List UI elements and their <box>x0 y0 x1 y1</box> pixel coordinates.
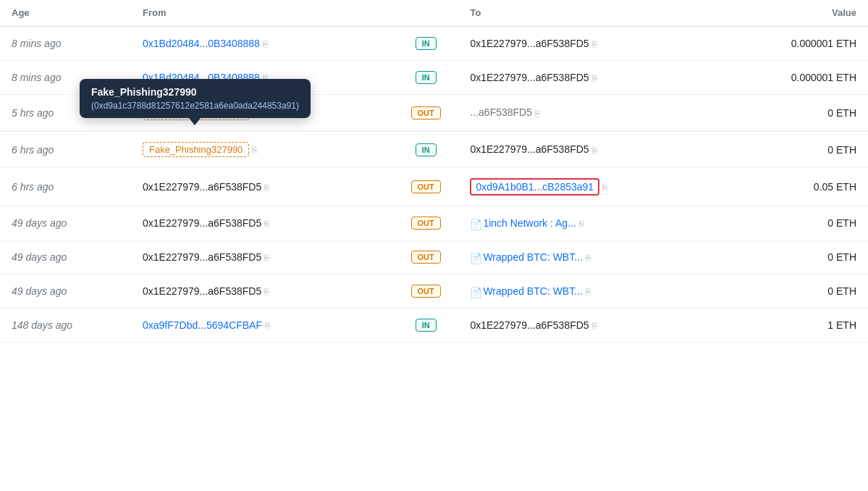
cell-to: 0xd9A1b0B1...cB2853a91⎘ <box>458 168 737 206</box>
direction-badge: OUT <box>411 251 441 264</box>
table-header-row: Age From To Value <box>0 0 868 26</box>
col-header-from: From <box>131 0 393 26</box>
cell-direction: IN <box>393 26 458 61</box>
cell-value: 0 ETH <box>737 240 868 274</box>
phishing-label[interactable]: Fake_Phishing327990 <box>143 142 249 157</box>
cell-to: ...a6F538FD5⎘ <box>458 95 737 131</box>
copy-from-icon[interactable]: ⎘ <box>252 145 257 155</box>
from-address: 0x1E227979...a6F538FD5 <box>143 217 261 229</box>
cell-from: 0x1Bd20484...0B3408888⎘ <box>131 26 393 61</box>
tooltip-title: Fake_Phishing327990 <box>91 86 299 98</box>
cell-direction: OUT <box>393 206 458 240</box>
copy-to-icon[interactable]: ⎘ <box>592 321 597 331</box>
transactions-table-container: Age From To Value 8 mins ago0x1Bd20484..… <box>0 0 868 343</box>
table-row: 6 hrs agoFake_Phishing327990⎘IN0x1E22797… <box>0 132 868 168</box>
cell-to: 📄Wrapped BTC: WBT...⎘ <box>458 240 737 274</box>
cell-direction: OUT <box>393 240 458 274</box>
direction-badge: IN <box>416 71 437 84</box>
cell-from: Fake_Phishing327990⎘ <box>131 132 393 168</box>
cell-from: 0x1E227979...a6F538FD5⎘ <box>131 240 393 274</box>
cell-value: 1 ETH <box>737 309 868 343</box>
copy-to-icon[interactable]: ⎘ <box>586 253 591 263</box>
col-header-value: Value <box>737 0 868 26</box>
copy-from-icon[interactable]: ⎘ <box>264 287 269 297</box>
direction-badge: IN <box>416 319 437 332</box>
direction-badge: IN <box>416 37 437 50</box>
cell-value: 0.000001 ETH <box>737 26 868 61</box>
copy-from-icon[interactable]: ⎘ <box>263 39 268 49</box>
copy-to-icon[interactable]: ⎘ <box>602 182 607 193</box>
cell-direction: OUT <box>393 274 458 309</box>
cell-value: 0 ETH <box>737 206 868 240</box>
to-contract-link[interactable]: Wrapped BTC: WBT... <box>483 285 582 297</box>
table-row: 6 hrs ago0x1E227979...a6F538FD5⎘OUT0xd9A… <box>0 168 868 206</box>
table-row: 49 days ago0x1E227979...a6F538FD5⎘OUT📄Wr… <box>0 240 868 274</box>
cell-age: 49 days ago <box>0 240 131 274</box>
copy-to-icon[interactable]: ⎘ <box>592 146 597 156</box>
cell-from: 0x1E227979...a6F538FD5⎘ <box>131 206 393 240</box>
cell-direction: IN <box>393 61 458 95</box>
cell-age: 49 days ago <box>0 274 131 309</box>
cell-direction: OUT <box>393 168 458 206</box>
copy-to-icon[interactable]: ⎘ <box>535 109 540 119</box>
cell-from: 0xa9fF7Dbd...5694CFBAF⎘ <box>131 309 393 343</box>
to-address: 0x1E227979...a6F538FD5 <box>470 72 589 83</box>
direction-badge: OUT <box>411 285 441 298</box>
contract-icon: 📄 <box>470 219 480 229</box>
table-row: 8 mins ago0x1Bd20484...0B3408888⎘IN0x1E2… <box>0 26 868 61</box>
cell-age: 49 days ago <box>0 206 131 240</box>
tooltip-row: Fake_Phishing327990(0xd9a1c3788d81257612… <box>0 131 868 132</box>
cell-to: 0x1E227979...a6F538FD5⎘ <box>458 132 737 168</box>
col-header-dir <box>393 0 458 26</box>
from-address: 0x1E227979...a6F538FD5 <box>143 251 261 263</box>
cell-age: 148 days ago <box>0 309 131 343</box>
contract-icon: 📄 <box>470 253 480 263</box>
cell-to: 📄Wrapped BTC: WBT...⎘ <box>458 274 737 309</box>
to-contract-link[interactable]: 1inch Network : Ag... <box>483 217 576 229</box>
to-address: 0x1E227979...a6F538FD5 <box>470 38 589 49</box>
cell-value: 0.000001 ETH <box>737 61 868 95</box>
contract-icon: 📄 <box>470 287 480 297</box>
copy-to-icon[interactable]: ⎘ <box>592 73 597 83</box>
from-address-link[interactable]: 0xa9fF7Dbd...5694CFBAF <box>143 319 262 331</box>
to-address-truncated: ...a6F538FD5 <box>470 106 532 118</box>
cell-direction: OUT <box>393 95 458 131</box>
table-row: 148 days ago0xa9fF7Dbd...5694CFBAF⎘IN0x1… <box>0 309 868 343</box>
cell-from: 0x1E227979...a6F538FD5⎘ <box>131 168 393 206</box>
transactions-table: Age From To Value 8 mins ago0x1Bd20484..… <box>0 0 868 343</box>
copy-from-icon[interactable]: ⎘ <box>265 321 270 331</box>
copy-to-icon[interactable]: ⎘ <box>579 219 584 229</box>
cell-to: 0x1E227979...a6F538FD5⎘ <box>458 61 737 95</box>
to-contract-link[interactable]: Wrapped BTC: WBT... <box>483 251 582 263</box>
copy-to-icon[interactable]: ⎘ <box>586 287 591 297</box>
table-row: 49 days ago0x1E227979...a6F538FD5⎘OUT📄1i… <box>0 206 868 240</box>
cell-direction: IN <box>393 309 458 343</box>
direction-badge: OUT <box>411 106 441 119</box>
from-address: 0x1E227979...a6F538FD5 <box>143 285 261 297</box>
cell-value: 0 ETH <box>737 132 868 168</box>
to-address-highlighted[interactable]: 0xd9A1b0B1...cB2853a91 <box>470 178 599 196</box>
direction-badge: IN <box>416 143 437 156</box>
cell-value: 0.05 ETH <box>737 168 868 206</box>
col-header-to: To <box>458 0 737 26</box>
cell-direction: IN <box>393 132 458 168</box>
cell-to: 📄1inch Network : Ag...⎘ <box>458 206 737 240</box>
to-address: 0x1E227979...a6F538FD5 <box>470 143 589 155</box>
table-row: 49 days ago0x1E227979...a6F538FD5⎘OUT📄Wr… <box>0 274 868 309</box>
copy-from-icon[interactable]: ⎘ <box>264 182 269 193</box>
cell-age: 6 hrs ago <box>0 132 131 168</box>
copy-from-icon[interactable]: ⎘ <box>264 253 269 263</box>
direction-badge: OUT <box>411 180 441 193</box>
col-header-age: Age <box>0 0 131 26</box>
tooltip-address: (0xd9a1c3788d81257612e2581a6ea0ada244853… <box>91 101 299 111</box>
cell-value: 0 ETH <box>737 274 868 309</box>
copy-from-icon[interactable]: ⎘ <box>264 219 269 229</box>
cell-age: 8 mins ago <box>0 26 131 61</box>
tooltip-box: Fake_Phishing327990(0xd9a1c3788d81257612… <box>80 79 311 118</box>
direction-badge: OUT <box>411 217 441 230</box>
cell-to: 0x1E227979...a6F538FD5⎘ <box>458 309 737 343</box>
cell-from: 0x1E227979...a6F538FD5⎘ <box>131 274 393 309</box>
cell-to: 0x1E227979...a6F538FD5⎘ <box>458 26 737 61</box>
copy-to-icon[interactable]: ⎘ <box>592 39 597 49</box>
from-address-link[interactable]: 0x1Bd20484...0B3408888 <box>143 38 260 49</box>
